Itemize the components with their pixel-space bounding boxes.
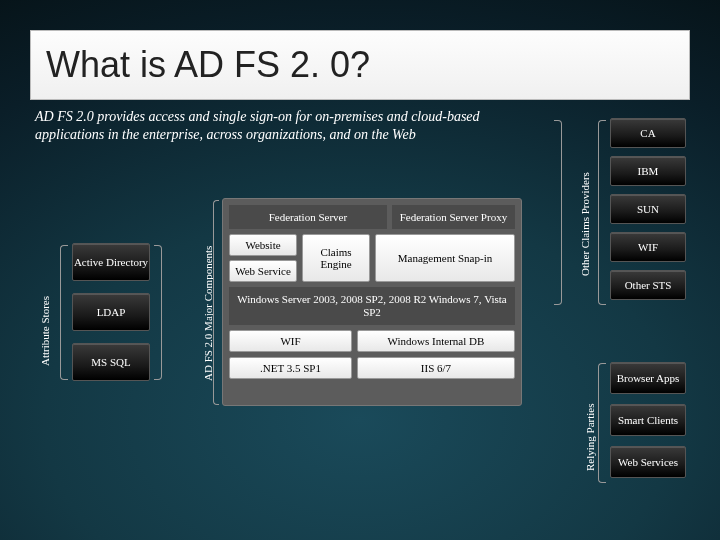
slide-title: What is AD FS 2. 0? [30, 30, 690, 100]
relying-parties-column: Browser Apps Smart Clients Web Services [610, 362, 686, 488]
federation-server-proxy-header: Federation Server Proxy [392, 205, 515, 229]
win-internal-db-box: Windows Internal DB [357, 330, 515, 352]
claims-engine-box: Claims Engine [302, 234, 370, 282]
mgmt-snapin-box: Management Snap-in [375, 234, 515, 282]
major-components-bracket [213, 200, 219, 405]
attr-mssql: MS SQL [72, 343, 150, 381]
website-box: Website [229, 234, 297, 256]
federation-server-header: Federation Server [229, 205, 387, 229]
iis-box: IIS 6/7 [357, 357, 515, 379]
attribute-stores-bracket [60, 245, 68, 380]
rp-browser-apps: Browser Apps [610, 362, 686, 394]
web-service-box: Web Service [229, 260, 297, 282]
attr-ldap: LDAP [72, 293, 150, 331]
ocp-bracket-left [554, 120, 562, 305]
attribute-stores-label: Attribute Stores [39, 266, 51, 366]
attribute-stores-bracket-right [154, 245, 162, 380]
relying-parties-label: Relying Parties [584, 371, 596, 471]
ocp-sun: SUN [610, 194, 686, 224]
ocp-ibm: IBM [610, 156, 686, 186]
ocp-wif: WIF [610, 232, 686, 262]
attribute-stores-column: Active Directory LDAP MS SQL [72, 243, 150, 393]
other-claims-providers-label: Other Claims Providers [579, 146, 591, 276]
ocp-other-sts: Other STS [610, 270, 686, 300]
slide-description: AD FS 2.0 provides access and single sig… [35, 108, 515, 144]
net35sp1-box: .NET 3.5 SP1 [229, 357, 352, 379]
major-components-box: Federation Server Federation Server Prox… [222, 198, 522, 406]
attr-active-directory: Active Directory [72, 243, 150, 281]
other-claims-providers-column: CA IBM SUN WIF Other STS [610, 118, 686, 308]
rp-bracket [598, 363, 606, 483]
rp-smart-clients: Smart Clients [610, 404, 686, 436]
ocp-ca: CA [610, 118, 686, 148]
wif-box: WIF [229, 330, 352, 352]
windows-server-box: Windows Server 2003, 2008 SP2, 2008 R2 W… [229, 287, 515, 325]
ocp-bracket-right [598, 120, 606, 305]
rp-web-services: Web Services [610, 446, 686, 478]
